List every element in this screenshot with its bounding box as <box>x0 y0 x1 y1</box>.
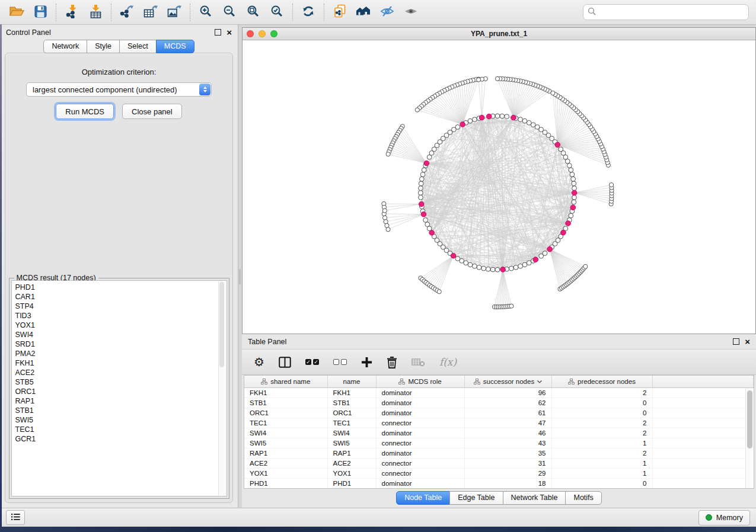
cell-mcds-role[interactable]: dominator <box>376 398 464 408</box>
leaf-node[interactable] <box>509 304 513 308</box>
share-document-button[interactable] <box>330 3 350 22</box>
node-table-row-tec1[interactable]: TEC1TEC1connector472 <box>244 418 754 428</box>
table-scrollbar-thumb[interactable] <box>747 390 752 448</box>
tab-select[interactable]: Select <box>119 40 157 53</box>
network-node[interactable] <box>419 186 423 191</box>
network-node[interactable] <box>422 168 426 172</box>
cell-successor-nodes[interactable]: 31 <box>464 459 551 469</box>
tab-style[interactable]: Style <box>87 40 120 53</box>
show-all-button[interactable] <box>401 3 421 22</box>
leaf-node[interactable] <box>476 78 480 82</box>
dominator-node[interactable] <box>419 201 424 207</box>
leaf-node[interactable] <box>382 209 387 213</box>
mcds-node-item[interactable]: SRD1 <box>12 339 227 349</box>
network-node[interactable] <box>500 114 505 118</box>
mcds-node-item[interactable]: SWI5 <box>12 415 227 425</box>
mcds-node-item[interactable]: SWI4 <box>12 330 227 339</box>
network-node[interactable] <box>495 267 500 272</box>
run-mcds-button[interactable]: Run MCDS <box>56 104 114 119</box>
mcds-node-item[interactable]: GCR1 <box>12 434 227 444</box>
delete-table-icon[interactable] <box>412 357 425 367</box>
cell-name[interactable]: SWI4 <box>327 428 376 438</box>
cell-predecessor-nodes[interactable]: 1 <box>551 438 652 448</box>
leaf-node[interactable] <box>382 216 387 220</box>
dominator-node[interactable] <box>460 122 465 127</box>
node-table-row-rap1[interactable]: RAP1RAP1dominator352 <box>244 448 754 459</box>
dominator-node[interactable] <box>566 221 571 226</box>
dominator-node[interactable] <box>572 190 577 196</box>
leaf-node[interactable] <box>386 227 390 232</box>
network-node[interactable] <box>572 181 576 186</box>
network-node[interactable] <box>468 118 473 123</box>
dominator-node[interactable] <box>511 115 516 120</box>
table-tab-edge-table[interactable]: Edge Table <box>449 491 503 505</box>
cell-mcds-role[interactable]: connector <box>376 418 464 428</box>
table-tab-motifs[interactable]: Motifs <box>565 491 601 505</box>
mcds-node-item[interactable]: STB1 <box>12 406 227 415</box>
leaf-node[interactable] <box>495 76 499 81</box>
leaf-node[interactable] <box>583 264 588 268</box>
cell-predecessor-nodes[interactable]: 1 <box>551 469 652 479</box>
leaf-node[interactable] <box>437 290 441 294</box>
cell-mcds-role[interactable]: connector <box>376 438 464 448</box>
cell-predecessor-nodes[interactable]: 2 <box>551 388 652 398</box>
export-network-button[interactable] <box>117 3 137 22</box>
network-node[interactable] <box>420 172 425 177</box>
dominator-node[interactable] <box>451 253 456 258</box>
column-header-predecessor-nodes[interactable]: predecessor nodes <box>551 376 652 388</box>
cell-mcds-role[interactable]: dominator <box>376 408 464 418</box>
leaf-node[interactable] <box>386 152 390 156</box>
cell-successor-nodes[interactable]: 29 <box>464 469 551 479</box>
cell-successor-nodes[interactable]: 96 <box>464 388 551 398</box>
cell-predecessor-nodes[interactable]: 2 <box>551 428 652 438</box>
network-node[interactable] <box>518 264 523 268</box>
mcds-node-item[interactable]: TID3 <box>12 311 227 321</box>
network-node[interactable] <box>486 267 490 271</box>
zoom-fit-button[interactable] <box>243 3 263 22</box>
cell-successor-nodes[interactable]: 35 <box>464 448 551 459</box>
cell-successor-nodes[interactable]: 18 <box>464 479 551 489</box>
cell-name[interactable]: ACE2 <box>327 459 376 469</box>
leaf-node[interactable] <box>415 108 419 112</box>
mcds-node-item[interactable]: YOX1 <box>12 321 227 330</box>
cell-name[interactable]: SWI5 <box>327 438 376 448</box>
network-node[interactable] <box>495 114 500 118</box>
node-table-row-stb1[interactable]: STB1STB1dominator620 <box>244 398 754 408</box>
close-panel-icon[interactable]: × <box>227 30 232 36</box>
mcds-node-item[interactable]: ACE2 <box>12 368 227 377</box>
node-table-row-orc1[interactable]: ORC1ORC1dominator610 <box>244 408 754 418</box>
cell-mcds-role[interactable]: connector <box>376 459 464 469</box>
network-node[interactable] <box>419 195 423 200</box>
cell-shared-name[interactable]: ORC1 <box>244 408 327 418</box>
cell-shared-name[interactable]: RAP1 <box>244 448 327 459</box>
save-session-button[interactable] <box>30 3 50 22</box>
cell-mcds-role[interactable]: connector <box>376 469 464 479</box>
function-builder-icon[interactable]: f(x) <box>439 356 457 368</box>
dominator-node[interactable] <box>500 267 506 273</box>
cell-name[interactable]: RAP1 <box>327 448 376 459</box>
mcds-node-item[interactable]: PMA2 <box>12 349 227 358</box>
mcds-node-item[interactable]: FKH1 <box>12 358 227 368</box>
column-header-name[interactable]: name <box>327 376 376 388</box>
cell-predecessor-nodes[interactable]: 2 <box>551 418 652 428</box>
mcds-list-scrollbar[interactable] <box>218 281 226 495</box>
network-node[interactable] <box>473 117 477 122</box>
network-node[interactable] <box>569 168 573 172</box>
network-node[interactable] <box>518 117 523 122</box>
mcds-node-item[interactable]: STP4 <box>12 302 227 311</box>
network-node[interactable] <box>513 265 518 270</box>
network-node[interactable] <box>427 155 432 159</box>
float-table-panel-icon[interactable] <box>733 338 739 345</box>
cell-mcds-role[interactable]: dominator <box>376 388 464 398</box>
dominator-node[interactable] <box>547 246 553 252</box>
node-table-row-swi4[interactable]: SWI4SWI4dominator462 <box>244 428 754 438</box>
cell-name[interactable]: YOX1 <box>327 469 376 479</box>
network-node[interactable] <box>569 213 573 218</box>
mcds-node-item[interactable]: CAR1 <box>12 292 227 302</box>
column-layout-icon[interactable] <box>279 357 291 368</box>
network-node[interactable] <box>572 195 577 200</box>
network-node[interactable] <box>505 114 509 119</box>
dominator-node[interactable] <box>555 142 560 148</box>
mcds-node-item[interactable]: ORC1 <box>12 387 227 396</box>
mcds-node-item[interactable]: TEC1 <box>12 425 227 434</box>
